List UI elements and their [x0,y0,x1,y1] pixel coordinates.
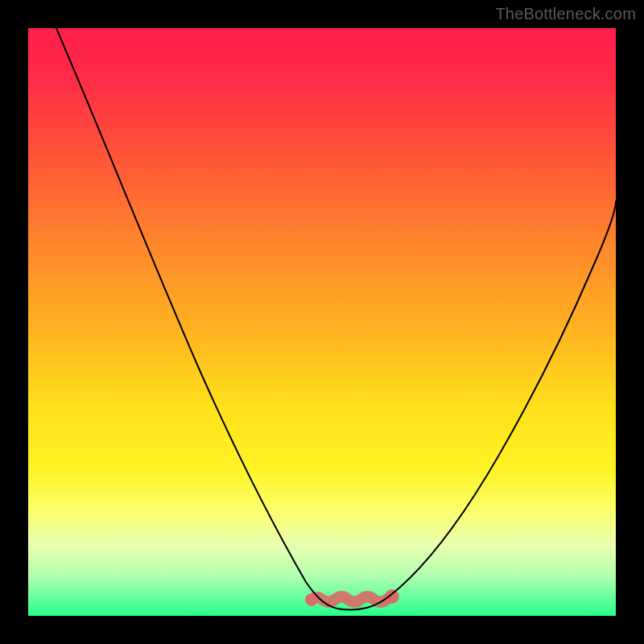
watermark-text: TheBottleneck.com [495,5,636,23]
svg-point-1 [385,589,399,604]
chart-frame: TheBottleneck.com [0,0,644,644]
bottleneck-curve-svg [28,28,616,616]
bottleneck-curve-path [56,28,616,609]
plot-area [28,28,616,616]
